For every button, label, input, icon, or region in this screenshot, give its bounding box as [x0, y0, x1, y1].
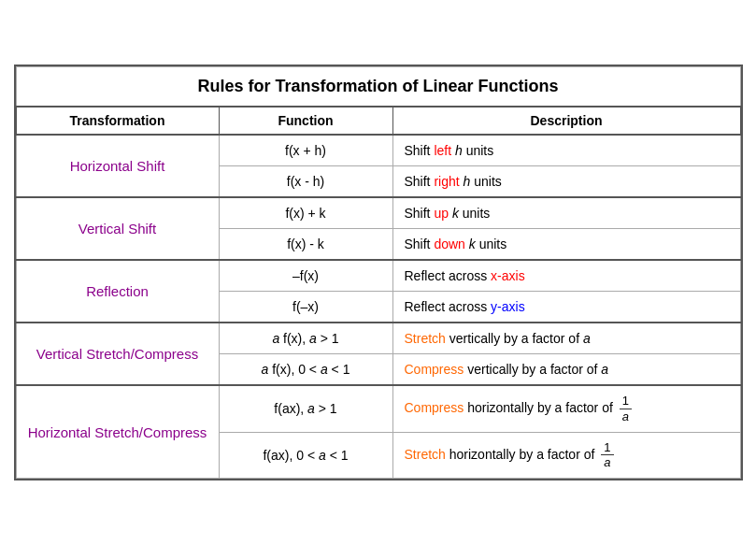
highlight-yaxis: y-axis: [491, 299, 525, 314]
highlight-xaxis: x-axis: [491, 268, 525, 283]
fraction-denominator: a: [620, 409, 632, 424]
highlight-down: down: [434, 237, 464, 251]
function-cell: a f(x), 0 < a < 1: [219, 354, 392, 386]
description-cell: Compress horizontally by a factor of 1 a: [392, 385, 740, 432]
function-cell: f(ax), a > 1: [219, 385, 392, 432]
table-row: Horizontal Shift f(x + h) Shift left h u…: [16, 135, 740, 166]
var-a2: a: [601, 362, 608, 377]
fraction-numerator: 1: [620, 394, 632, 409]
highlight-up: up: [434, 206, 449, 221]
description-cell: Shift up k units: [392, 197, 740, 229]
highlight-compress-v: Compress: [405, 362, 464, 377]
highlight-right: right: [434, 174, 459, 189]
highlight-compress-h: Compress: [405, 400, 464, 415]
header-description: Description: [392, 107, 740, 135]
table-title: Rules for Transformation of Linear Funct…: [16, 67, 740, 108]
function-cell: f(x) - k: [219, 229, 392, 261]
highlight-stretch-h: Stretch: [405, 446, 446, 461]
function-cell: f(x) + k: [219, 197, 392, 229]
title-row: Rules for Transformation of Linear Funct…: [16, 67, 740, 108]
highlight-stretch-v: Stretch: [405, 331, 446, 346]
transformation-table: Rules for Transformation of Linear Funct…: [16, 66, 741, 478]
description-cell: Shift left h units: [392, 135, 740, 166]
fraction-denominator2: a: [601, 455, 613, 470]
function-cell: f(ax), 0 < a < 1: [219, 432, 392, 478]
var-h2: h: [464, 174, 471, 189]
table-row: Vertical Shift f(x) + k Shift up k units: [16, 197, 740, 229]
description-cell: Reflect across x-axis: [392, 260, 740, 292]
var-k: k: [452, 206, 459, 221]
transform-label-horizontal-shift: Horizontal Shift: [16, 135, 219, 197]
transform-label-reflection: Reflection: [16, 260, 219, 323]
table-row: Reflection –f(x) Reflect across x-axis: [16, 260, 740, 292]
highlight-left: left: [434, 143, 451, 158]
var-h: h: [455, 143, 463, 158]
function-cell: f(x - h): [219, 166, 392, 198]
fraction-numerator2: 1: [601, 440, 613, 456]
transform-label-vertical-stretch: Vertical Stretch/Compress: [16, 323, 219, 385]
transform-label-vertical-shift: Vertical Shift: [16, 197, 219, 260]
function-cell: f(–x): [219, 292, 392, 323]
var-k2: k: [469, 237, 476, 251]
description-cell: Stretch vertically by a factor of a: [392, 323, 740, 354]
fraction-1-over-a2: 1 a: [601, 440, 613, 470]
table-row: Horizontal Stretch/Compress f(ax), a > 1…: [16, 385, 740, 432]
header-row: Transformation Function Description: [16, 107, 740, 135]
function-cell: f(x + h): [219, 135, 392, 166]
description-cell: Reflect across y-axis: [392, 292, 740, 323]
var-a: a: [583, 331, 591, 346]
fraction-1-over-a: 1 a: [620, 394, 632, 423]
table-row: Vertical Stretch/Compress a f(x), a > 1 …: [16, 323, 740, 354]
description-cell: Compress vertically by a factor of a: [392, 354, 740, 386]
transform-label-horizontal-stretch: Horizontal Stretch/Compress: [16, 385, 219, 478]
header-function: Function: [219, 107, 392, 135]
description-cell: Stretch horizontally by a factor of 1 a: [392, 432, 740, 478]
function-cell: –f(x): [219, 260, 392, 292]
function-cell: a f(x), a > 1: [219, 323, 392, 354]
header-transformation: Transformation: [16, 107, 219, 135]
description-cell: Shift down k units: [392, 229, 740, 261]
description-cell: Shift right h units: [392, 166, 740, 198]
main-table-wrapper: Rules for Transformation of Linear Funct…: [14, 65, 743, 480]
